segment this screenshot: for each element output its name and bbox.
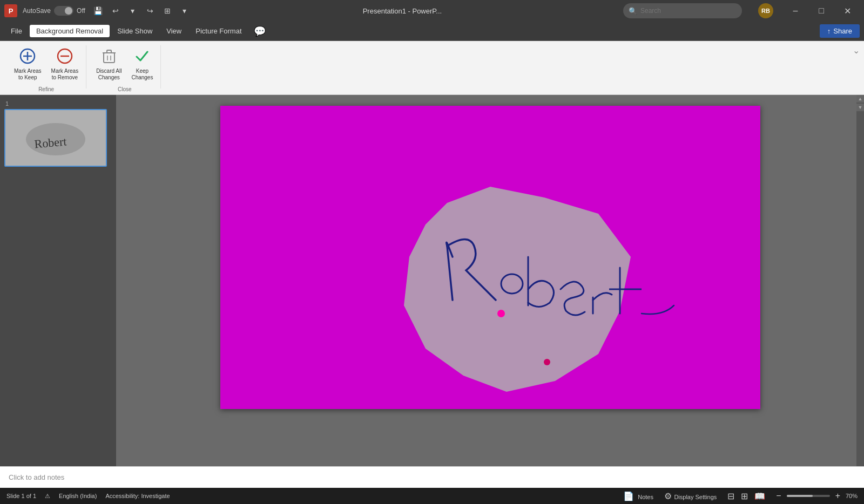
titlebar: P AutoSave Off 💾 ↩ ▾ ↪ ⊞ ▾ Presentation1… bbox=[0, 0, 864, 22]
slide-number-label: 1 bbox=[4, 100, 112, 107]
scroll-up-button[interactable]: ▲ bbox=[856, 95, 864, 103]
user-initials: RB bbox=[761, 8, 770, 14]
search-icon: 🔍 bbox=[629, 7, 637, 15]
statusbar: Slide 1 of 1 ⚠ English (India) Accessibi… bbox=[0, 488, 864, 504]
mark-remove-label: Mark Areasto Remove bbox=[51, 68, 79, 81]
autosave-state: Off bbox=[77, 7, 85, 15]
zoom-out-button[interactable]: − bbox=[774, 490, 783, 502]
mark-keep-icon bbox=[19, 47, 36, 67]
discard-label: Discard AllChanges bbox=[96, 68, 122, 81]
menu-file[interactable]: File bbox=[4, 25, 29, 37]
slide-thumbnail-1[interactable]: Robert bbox=[4, 109, 107, 167]
save-button[interactable]: 💾 bbox=[91, 4, 106, 18]
ribbon: Mark Areasto Keep Mark Areasto Remove Re… bbox=[0, 41, 864, 95]
svg-rect-5 bbox=[104, 53, 114, 63]
menu-slideshow[interactable]: Slide Show bbox=[111, 25, 159, 37]
share-label: Share bbox=[833, 27, 852, 35]
slide-panel: 1 Robert bbox=[0, 95, 116, 466]
comment-button[interactable]: 💬 bbox=[249, 23, 270, 39]
window-controls: – □ ✕ bbox=[783, 2, 860, 19]
discard-icon bbox=[100, 47, 118, 67]
redo-button[interactable]: ↪ bbox=[143, 4, 158, 18]
share-icon: ↑ bbox=[827, 27, 831, 35]
reading-view-button[interactable]: 📖 bbox=[752, 490, 767, 502]
canvas-area[interactable]: ▲ ▼ bbox=[116, 95, 864, 466]
svg-marker-12 bbox=[404, 187, 631, 392]
notes-icon: 📄 bbox=[623, 492, 634, 501]
minimize-button[interactable]: – bbox=[783, 2, 808, 19]
refine-group-label: Refine bbox=[38, 86, 54, 93]
slide-info: Slide 1 of 1 bbox=[6, 493, 36, 499]
mark-remove-icon bbox=[56, 47, 73, 67]
view-icons: ⊟ ⊞ 📖 bbox=[725, 490, 767, 502]
zoom-in-button[interactable]: + bbox=[833, 490, 842, 502]
autosave-label: AutoSave bbox=[23, 7, 51, 15]
notes-placeholder: Click to add notes bbox=[9, 473, 64, 481]
display-settings-icon: ⚙ bbox=[664, 492, 672, 501]
language-label: English (India) bbox=[59, 493, 97, 499]
customize-button[interactable]: ▾ bbox=[177, 4, 192, 18]
slide-svg bbox=[220, 106, 760, 409]
search-input[interactable] bbox=[640, 7, 737, 15]
ribbon-group-refine: Mark Areasto Keep Mark Areasto Remove Re… bbox=[6, 45, 86, 88]
canvas-scrollbar[interactable]: ▲ ▼ bbox=[856, 95, 864, 466]
zoom-level: 70% bbox=[846, 493, 858, 499]
mark-areas-remove-button[interactable]: Mark Areasto Remove bbox=[48, 45, 82, 83]
close-group-label: Close bbox=[118, 86, 132, 93]
svg-text:Robert: Robert bbox=[34, 134, 68, 151]
keep-changes-button[interactable]: KeepChanges bbox=[128, 45, 156, 83]
menu-background-removal[interactable]: Background Removal bbox=[30, 25, 110, 37]
presentation-title: Presentation1 - PowerP... bbox=[198, 7, 607, 15]
search-box[interactable]: 🔍 bbox=[623, 3, 742, 18]
slide-sorter-button[interactable]: ⊞ bbox=[739, 490, 750, 502]
menu-picture-format[interactable]: Picture Format bbox=[189, 25, 248, 37]
mark-keep-label: Mark Areasto Keep bbox=[14, 68, 42, 81]
format-button[interactable]: ⊞ bbox=[160, 4, 175, 18]
ribbon-group-close: Discard AllChanges KeepChanges Close bbox=[89, 45, 161, 88]
slide-thumb-content: Robert bbox=[5, 110, 106, 166]
scroll-down-button[interactable]: ▼ bbox=[856, 104, 864, 111]
undo-dropdown[interactable]: ▾ bbox=[125, 4, 140, 18]
keep-icon bbox=[133, 47, 151, 67]
main-area: 1 Robert bbox=[0, 95, 864, 466]
toolbar-buttons: 💾 ↩ ▾ ↪ ⊞ ▾ bbox=[91, 4, 192, 18]
mark-areas-keep-button[interactable]: Mark Areasto Keep bbox=[11, 45, 45, 83]
zoom-slider[interactable] bbox=[787, 495, 830, 497]
notes-label: Notes bbox=[638, 494, 653, 500]
ribbon-expand-button[interactable]: ⌄ bbox=[853, 45, 860, 56]
discard-all-button[interactable]: Discard AllChanges bbox=[93, 45, 125, 83]
user-avatar[interactable]: RB bbox=[758, 3, 773, 18]
app-icon: P bbox=[4, 4, 17, 17]
notes-button[interactable]: 📄 Notes bbox=[621, 490, 656, 502]
main-slide bbox=[220, 106, 760, 409]
menubar: File Background Removal Slide Show View … bbox=[0, 22, 864, 41]
display-settings-label: Display Settings bbox=[674, 494, 717, 500]
keep-label: KeepChanges bbox=[131, 68, 153, 81]
zoom-slider-fill bbox=[787, 495, 813, 497]
autosave-area: AutoSave Off bbox=[23, 6, 85, 16]
zoom-area: − + 70% bbox=[774, 490, 858, 502]
menu-view[interactable]: View bbox=[160, 25, 188, 37]
svg-point-16 bbox=[497, 310, 505, 317]
undo-button[interactable]: ↩ bbox=[108, 4, 123, 18]
normal-view-button[interactable]: ⊟ bbox=[725, 490, 737, 502]
statusbar-right: 📄 Notes ⚙ Display Settings ⊟ ⊞ 📖 − + 70% bbox=[621, 490, 858, 502]
share-button[interactable]: ↑ Share bbox=[820, 24, 860, 38]
display-settings-button[interactable]: ⚙ Display Settings bbox=[662, 490, 719, 502]
slide-thumb-svg: Robert bbox=[18, 117, 93, 160]
maximize-button[interactable]: □ bbox=[809, 2, 834, 19]
autosave-toggle[interactable] bbox=[54, 6, 73, 16]
svg-rect-7 bbox=[107, 50, 111, 53]
accessibility-label: Accessibility: Investigate bbox=[105, 493, 170, 499]
close-button[interactable]: ✕ bbox=[835, 2, 860, 19]
notes-area[interactable]: Click to add notes bbox=[0, 466, 864, 488]
close-buttons: Discard AllChanges KeepChanges bbox=[93, 45, 156, 83]
svg-point-14 bbox=[544, 359, 550, 365]
accessibility-check-icon: ⚠ bbox=[45, 493, 50, 500]
refine-buttons: Mark Areasto Keep Mark Areasto Remove bbox=[11, 45, 82, 83]
